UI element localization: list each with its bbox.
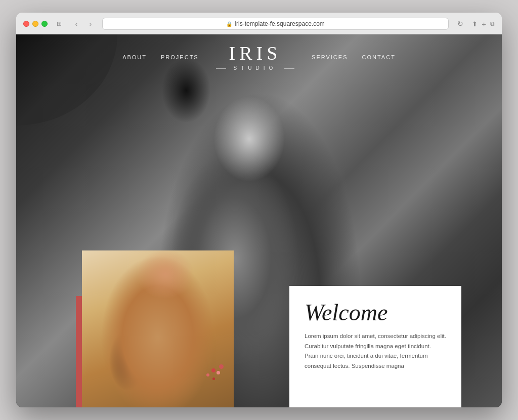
window-layout-icon: ⊞: [54, 18, 65, 29]
bottom-section: Welcome Lorem ipsum dolor sit amet, cons…: [16, 266, 502, 407]
photo-card-inner: [82, 250, 234, 407]
lock-icon: 🔒: [226, 21, 232, 27]
maximize-button[interactable]: [41, 21, 48, 27]
portrait-photo-card: [82, 250, 234, 407]
floral-dot-5: [219, 364, 224, 369]
welcome-heading: Welcome: [305, 301, 446, 324]
nav-left: ABOUT PROJECTS: [122, 54, 199, 60]
welcome-text-card: Welcome Lorem ipsum dolor sit amet, cons…: [289, 286, 461, 407]
nav-right: SERVICES CONTACT: [312, 54, 396, 60]
floral-dot-2: [206, 373, 209, 376]
hero-section: ABOUT PROJECTS IRIS STUDIO SERVICES CONT…: [16, 34, 502, 407]
browser-window: ⊞ ‹ › 🔒 iris-template-fe.squarespace.com…: [16, 13, 502, 407]
nav-projects[interactable]: PROJECTS: [161, 54, 199, 60]
card-figure: [82, 250, 234, 407]
share-icon[interactable]: ⬆: [472, 20, 478, 28]
logo-line-left: [216, 68, 226, 69]
reload-button[interactable]: ↻: [455, 18, 466, 29]
minimize-button[interactable]: [32, 21, 38, 27]
website-content: ABOUT PROJECTS IRIS STUDIO SERVICES CONT…: [16, 34, 502, 407]
welcome-body: Lorem ipsum dolor sit amet, consectetur …: [305, 331, 446, 371]
close-button[interactable]: [23, 21, 29, 27]
browser-navigation: ‹ ›: [71, 18, 96, 29]
site-logo[interactable]: IRIS STUDIO: [214, 44, 296, 71]
new-tab-icon[interactable]: +: [482, 20, 486, 28]
accent-bar: [76, 296, 82, 407]
nav-contact[interactable]: CONTACT: [362, 54, 396, 60]
browser-chrome: ⊞ ‹ › 🔒 iris-template-fe.squarespace.com…: [16, 13, 502, 34]
forward-button[interactable]: ›: [85, 18, 96, 29]
tabs-icon[interactable]: ⧉: [490, 20, 495, 27]
logo-line-right: [284, 68, 294, 69]
nav-about[interactable]: ABOUT: [122, 54, 147, 60]
url-text: iris-template-fe.squarespace.com: [235, 20, 324, 27]
logo-iris-text: IRIS: [214, 44, 296, 63]
nav-services[interactable]: SERVICES: [312, 54, 348, 60]
site-navigation: ABOUT PROJECTS IRIS STUDIO SERVICES CONT…: [16, 34, 502, 80]
back-button[interactable]: ‹: [71, 18, 82, 29]
logo-studio-text: STUDIO: [214, 64, 296, 71]
address-bar[interactable]: 🔒 iris-template-fe.squarespace.com: [102, 18, 449, 30]
traffic-lights: [23, 21, 48, 27]
browser-actions: ⬆ + ⧉: [472, 20, 495, 28]
floral-dot-1: [211, 368, 215, 372]
floral-dot-3: [217, 371, 220, 374]
floral-dot-4: [212, 377, 215, 380]
